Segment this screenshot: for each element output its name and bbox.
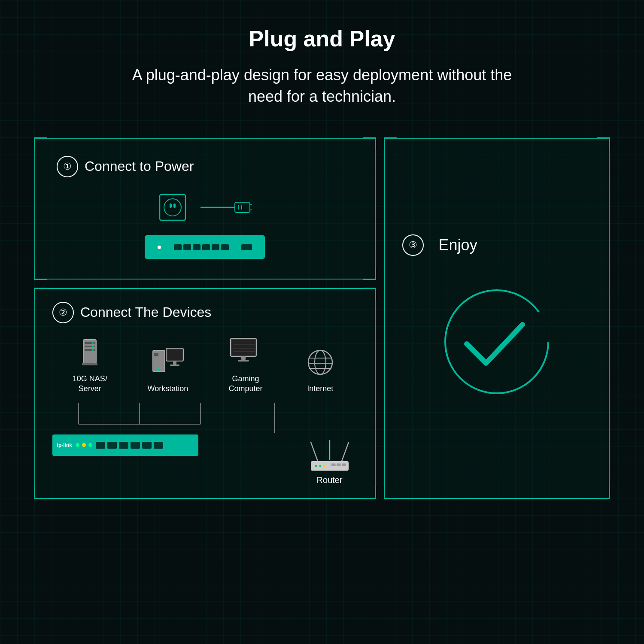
router-area: Router bbox=[302, 439, 358, 485]
router-label: Router bbox=[317, 475, 343, 485]
svg-point-47 bbox=[315, 465, 317, 467]
step1-panel: ① Connect to Power bbox=[34, 138, 376, 279]
switch-container: tp-link bbox=[52, 434, 198, 456]
step2-label: Connect The Devices bbox=[80, 304, 211, 320]
svg-line-43 bbox=[311, 442, 318, 461]
svg-rect-23 bbox=[173, 361, 176, 365]
svg-point-33 bbox=[315, 350, 326, 374]
step1-header: ① Connect to Power bbox=[57, 156, 353, 177]
device-nas: 10G NAS/Server bbox=[73, 336, 107, 394]
switch-leds bbox=[76, 443, 92, 447]
port-1 bbox=[174, 244, 182, 250]
checkmark-icon bbox=[437, 282, 557, 402]
port-4 bbox=[202, 244, 210, 250]
switch-port-5 bbox=[142, 442, 152, 449]
led-yellow-1 bbox=[82, 443, 86, 447]
content-area: ① Connect to Power bbox=[34, 138, 610, 499]
svg-point-1 bbox=[164, 199, 181, 216]
svg-point-14 bbox=[92, 342, 94, 344]
port-7 bbox=[241, 244, 252, 250]
tplink-device-bar bbox=[145, 235, 265, 259]
router-icon bbox=[302, 439, 358, 473]
step1-label: Connect to Power bbox=[85, 158, 194, 174]
svg-rect-5 bbox=[235, 202, 250, 213]
step3-number: ③ bbox=[402, 234, 424, 256]
gaming-label: GamingComputer bbox=[228, 374, 262, 394]
switch-port-4 bbox=[131, 442, 140, 449]
port-3 bbox=[193, 244, 200, 250]
svg-rect-30 bbox=[241, 356, 246, 360]
svg-point-15 bbox=[92, 346, 94, 347]
led-green-1 bbox=[76, 443, 79, 447]
svg-rect-51 bbox=[337, 463, 341, 466]
wall-socket-icon bbox=[158, 192, 188, 222]
led-dot-1 bbox=[158, 246, 161, 249]
svg-rect-3 bbox=[173, 204, 176, 208]
svg-rect-50 bbox=[331, 463, 336, 466]
svg-rect-31 bbox=[238, 360, 249, 361]
switch-port-1 bbox=[96, 442, 105, 449]
device-gaming: GamingComputer bbox=[228, 336, 263, 394]
svg-rect-26 bbox=[232, 340, 255, 355]
switch-port-6 bbox=[154, 442, 163, 449]
svg-point-53 bbox=[445, 290, 548, 393]
step2-header: ② Connect The Devices bbox=[52, 302, 358, 323]
page-container: Plug and Play A plug-and-play design for… bbox=[0, 0, 644, 644]
svg-rect-52 bbox=[342, 463, 346, 466]
svg-rect-24 bbox=[170, 365, 179, 366]
workstation-icon bbox=[151, 346, 185, 380]
power-icons-row bbox=[158, 192, 252, 222]
step3-label: Enjoy bbox=[439, 236, 477, 254]
internet-label: Internet bbox=[307, 384, 333, 394]
svg-rect-17 bbox=[82, 363, 97, 365]
svg-rect-22 bbox=[167, 349, 182, 360]
svg-line-45 bbox=[342, 442, 349, 461]
led-green-2 bbox=[88, 443, 92, 447]
step3-header: ③ Enjoy bbox=[402, 234, 477, 256]
page-title: Plug and Play bbox=[249, 26, 395, 52]
device-workstation: Workstation bbox=[148, 346, 188, 394]
step2-panel: ② Connect The Devices bbox=[34, 288, 376, 499]
step2-number: ② bbox=[52, 302, 74, 323]
internet-icon bbox=[303, 346, 337, 380]
svg-point-48 bbox=[319, 465, 321, 467]
devices-row: 10G NAS/Server bbox=[52, 336, 358, 394]
switch-ports bbox=[96, 442, 163, 449]
svg-point-20 bbox=[158, 368, 160, 371]
power-illustration bbox=[57, 190, 353, 261]
switch-port-3 bbox=[119, 442, 128, 449]
svg-point-16 bbox=[92, 349, 94, 351]
switch-bar: tp-link bbox=[52, 434, 198, 456]
svg-point-49 bbox=[323, 465, 325, 467]
connection-lines-svg bbox=[52, 403, 358, 433]
port-6 bbox=[221, 244, 229, 250]
step3-panel: ③ Enjoy bbox=[384, 138, 610, 499]
step1-number: ① bbox=[57, 156, 78, 177]
nas-label: 10G NAS/Server bbox=[73, 374, 107, 394]
svg-rect-19 bbox=[154, 353, 158, 356]
port-2 bbox=[183, 244, 191, 250]
gaming-icon bbox=[228, 336, 263, 371]
tplink-logo: tp-link bbox=[57, 442, 72, 448]
port-5 bbox=[212, 244, 219, 250]
bottom-row: tp-link bbox=[52, 434, 358, 485]
nas-icon bbox=[73, 336, 107, 371]
svg-point-32 bbox=[308, 350, 332, 374]
subtitle-text: A plug-and-play design for easy deployme… bbox=[129, 64, 515, 108]
device-internet: Internet bbox=[303, 346, 337, 394]
switch-port-2 bbox=[107, 442, 117, 449]
workstation-label: Workstation bbox=[148, 384, 188, 394]
svg-rect-2 bbox=[170, 204, 172, 208]
left-panel: ① Connect to Power bbox=[34, 138, 376, 499]
power-plug-icon bbox=[200, 199, 252, 216]
